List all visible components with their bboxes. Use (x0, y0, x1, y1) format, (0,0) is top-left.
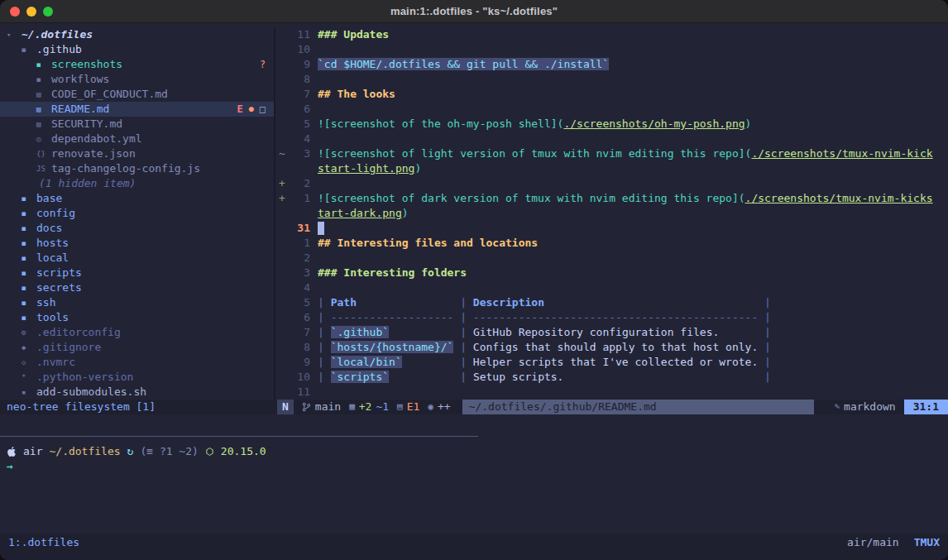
tree-item-add-submodules-sh[interactable]: ▪add-submodules.sh (0, 385, 274, 400)
tree-item-local[interactable]: ◼local (0, 251, 274, 266)
editor-line[interactable]: 9`cd $HOME/.dotfiles && git pull && ./in… (275, 57, 948, 72)
editor-line[interactable]: ~3![screenshot of light version of tmux … (275, 146, 948, 161)
editor-line[interactable]: 11 (275, 385, 948, 400)
editor-line[interactable]: 10| `scripts` | Setup scripts. | (275, 370, 948, 385)
editor-line[interactable]: 6 (275, 102, 948, 117)
diff-changed: ~1 (376, 400, 389, 414)
tree-item-workflows[interactable]: ◼workflows (0, 72, 274, 87)
folder-icon: ◼ (22, 280, 34, 295)
editor-line[interactable]: 9| `local/bin` | Helper scripts that I'v… (275, 355, 948, 370)
editor-line[interactable]: 3### Interesting folders (275, 266, 948, 280)
tree-item-gitignore[interactable]: ◆.gitignore (0, 340, 274, 355)
tree-item-base[interactable]: ◼base (0, 191, 274, 206)
tree-item-editorconfig[interactable]: ⚙.editorconfig (0, 325, 274, 340)
tmux-status-bar: 1:.dotfiles air/main TMUX (0, 534, 948, 560)
gutter-sign (275, 72, 289, 87)
tree-item-tag-changelog-config-js[interactable]: JStag-changelog-config.js (0, 161, 274, 176)
gutter-sign: + (275, 176, 289, 191)
text-segment: Helper scripts that I've collected or wr… (473, 356, 758, 368)
text-segment: | (758, 341, 771, 353)
editor-line[interactable]: 4 (275, 280, 948, 295)
editor-line[interactable]: 5![screenshot of the oh-my-posh shell](.… (275, 117, 948, 132)
editor-line[interactable]: 7| `.github` | GitHub Repository configu… (275, 325, 948, 340)
text-segment: ![screenshot of the oh-my-posh shell]( (318, 117, 563, 130)
editor-line[interactable]: 2 (275, 251, 948, 266)
titlebar[interactable]: main:1:.dotfiles - "ks~/.dotfiles" (0, 0, 948, 23)
tree-item-readme-md[interactable]: ▤README.mdE●□ (0, 102, 274, 117)
tree-item-hosts[interactable]: ◼hosts (0, 236, 274, 251)
tree-item-python-version[interactable]: *.python-version (0, 370, 274, 385)
tree-item-label: renovate.json (51, 146, 136, 161)
gutter-sign (275, 310, 289, 325)
text-segment: tart-dark.png (318, 207, 402, 219)
tree-item-docs[interactable]: ◼docs (0, 221, 274, 236)
editor-line[interactable]: 8 (275, 72, 948, 87)
tree-item-dotfiles[interactable]: ▾~/.dotfiles (0, 27, 274, 42)
editor-line[interactable]: start-light.png) (275, 161, 948, 176)
minimize-button[interactable] (26, 7, 36, 17)
text-segment: `.github` (331, 326, 389, 338)
tmux-session-name: air/main (847, 535, 899, 550)
editor-line[interactable]: +1![screenshot of dark version of tmux w… (275, 191, 948, 206)
editor-line[interactable]: +2 (275, 176, 948, 191)
shell-empty-area[interactable] (0, 474, 948, 534)
folder-icon: ◼ (36, 57, 49, 72)
line-number: 2 (289, 251, 310, 266)
tree-item-label: base (36, 191, 62, 206)
text-segment: start-light.png (318, 162, 414, 175)
line-text: | `scripts` | Setup scripts. | (318, 370, 948, 385)
tree-item-screenshots[interactable]: ◼screenshots? (0, 57, 274, 72)
editor-line[interactable]: tart-dark.png) (275, 206, 948, 221)
shell-script-icon: ▪ (22, 385, 34, 400)
tree-item-scripts[interactable]: ◼scripts (0, 266, 274, 280)
shell-pane[interactable]: air ~/.dotfiles ↻ (≡ ?1 ~2) 20.15.0 → (0, 444, 948, 474)
shell-cwd: ~/.dotfiles (49, 444, 120, 459)
tree-item-dependabot-yml[interactable]: ◎dependabot.yml (0, 132, 274, 146)
zoom-button[interactable] (43, 7, 53, 17)
editor-line[interactable]: 5| Path | Description | (275, 295, 948, 310)
buffer-lines[interactable]: 11### Updates109`cd $HOME/.dotfiles && g… (275, 27, 948, 400)
editor-line[interactable]: 8| `hosts/{hostname}/` | Configs that sh… (275, 340, 948, 355)
editor-line[interactable]: 7## The looks (275, 87, 948, 102)
line-number: 5 (289, 117, 310, 132)
mode-indicator: N (277, 400, 294, 414)
line-number: 8 (289, 72, 310, 87)
editor-line[interactable]: 10 (275, 42, 948, 57)
chevron-down-icon: ▾ (7, 27, 19, 42)
tree-item-config[interactable]: ◼config (0, 206, 274, 221)
node-hexagon-icon (205, 447, 214, 457)
tree-item-label: scripts (36, 266, 82, 280)
gutter-sign (275, 117, 289, 132)
tmux-pane-border[interactable] (0, 436, 478, 437)
command-line[interactable] (0, 414, 948, 429)
tree-item-renovate-json[interactable]: {}renovate.json (0, 146, 274, 161)
gutter-sign (275, 42, 289, 57)
tree-item-github[interactable]: ◼.github (0, 42, 274, 57)
line-number: 11 (289, 27, 310, 42)
tree-item-code-of-conduct-md[interactable]: ▤CODE_OF_CONDUCT.md (0, 87, 274, 102)
close-button[interactable] (10, 7, 20, 17)
tree-item-tools[interactable]: ◼tools (0, 310, 274, 325)
pane-border-row (0, 429, 948, 444)
tree-item-ssh[interactable]: ◼ssh (0, 295, 274, 310)
text-segment: | (318, 341, 331, 353)
tree-item-1-hidden-item[interactable]: (1 hidden item) (0, 176, 274, 191)
file-tree[interactable]: ▾~/.dotfiles◼.github◼screenshots?◼workfl… (0, 27, 275, 400)
line-number: 9 (289, 57, 310, 72)
tree-item-secrets[interactable]: ◼secrets (0, 280, 274, 295)
editor-line[interactable]: 11### Updates (275, 27, 948, 42)
gutter-sign (275, 102, 289, 117)
line-number: 4 (289, 280, 310, 295)
shell-input-line[interactable]: → (7, 459, 948, 474)
editor-line[interactable]: 31 (275, 221, 948, 236)
cursor (318, 222, 324, 235)
tree-item-label: README.md (51, 102, 109, 117)
line-text (318, 385, 948, 400)
tree-item-security-md[interactable]: ▤SECURITY.md (0, 117, 274, 132)
editor-line[interactable]: 4 (275, 132, 948, 146)
editor-line[interactable]: 1## Interesting files and locations (275, 236, 948, 251)
tree-item-nvmrc[interactable]: ◇.nvmrc (0, 355, 274, 370)
text-segment: | (318, 296, 331, 309)
editor-line[interactable]: 6| ------------------- | ---------------… (275, 310, 948, 325)
tmux-window-item[interactable]: 1:.dotfiles (8, 535, 79, 550)
